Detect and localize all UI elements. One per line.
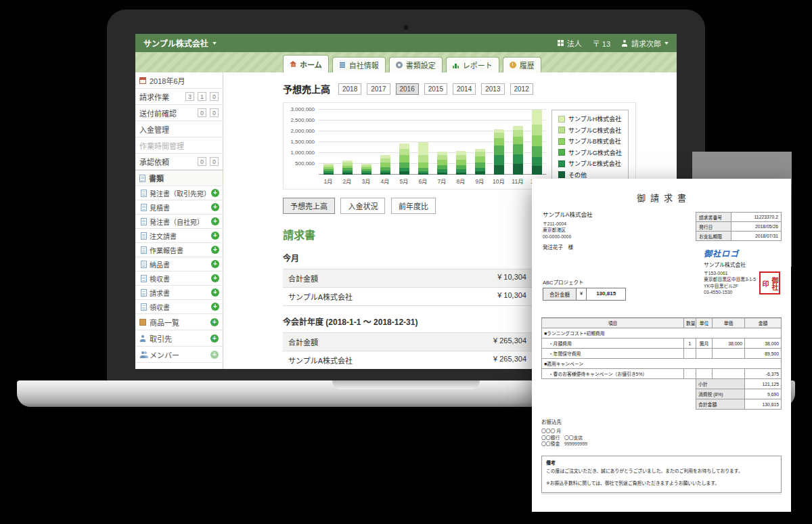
task-label: 請求作業: [139, 91, 182, 102]
meta-label: 請求書番号: [696, 213, 731, 222]
count-badge: 3: [185, 92, 194, 101]
sidebar-item-payment-management[interactable]: 入金管理: [135, 121, 223, 137]
sidebar-month[interactable]: 2018年6月: [135, 72, 223, 89]
legend-item: その他: [558, 171, 622, 179]
summary-label: 合計金額: [696, 399, 745, 410]
sidebar-doc-item[interactable]: 請求書 +: [135, 286, 223, 300]
sidebar-doc-item[interactable]: 見積書 +: [135, 200, 223, 215]
doc-label: 請求書: [150, 288, 208, 298]
legend-item: サンプルB株式会社: [558, 137, 622, 146]
meta-value: 2018/07/31: [731, 232, 782, 241]
item-row: ・月額費用 1 箇月 38,000 38,000: [542, 339, 782, 349]
bar-8月: [451, 151, 470, 175]
year-button[interactable]: 2014: [453, 83, 476, 95]
tab-history[interactable]: 履歴: [503, 57, 541, 72]
meta-value: 11223370.2: [731, 213, 782, 222]
sidebar-doc-item[interactable]: 発注書（自社宛） +: [135, 215, 223, 229]
summary-value: 9,690: [745, 389, 782, 399]
sidebar-item-time-management: 作業時間管理: [135, 137, 223, 154]
issuer-address: YK中目黒ビル2F: [704, 283, 756, 290]
corporate-menu-item[interactable]: 法人: [558, 38, 582, 49]
notes-title: 備考: [546, 459, 777, 466]
sidebar-item-approval-request[interactable]: 承認依頼 0 0: [135, 154, 223, 170]
add-icon[interactable]: +: [211, 260, 219, 268]
add-icon[interactable]: +: [211, 189, 219, 197]
invoice-total-box: 合計金額 ¥ 130,815: [543, 288, 626, 301]
year-over-year-button[interactable]: 前年度比: [391, 198, 436, 214]
current-month-label: 2018年6月: [150, 75, 185, 86]
sidebar-item-members[interactable]: メンバー +: [135, 347, 223, 363]
sidebar-item-products[interactable]: 商品一覧 +: [135, 314, 223, 330]
legend-item: サンプルC株式会社: [558, 126, 622, 135]
year-button[interactable]: 2012: [510, 83, 533, 95]
legend-item: サンプルH株式会社: [558, 114, 622, 123]
tab-report[interactable]: レポート: [446, 57, 499, 72]
add-icon[interactable]: +: [210, 318, 219, 326]
user-menu[interactable]: 請求次郎: [621, 38, 669, 49]
add-icon[interactable]: +: [211, 203, 219, 211]
recipient-address: 東京都港区: [543, 227, 592, 234]
company-menu[interactable]: サンプル株式会社: [143, 37, 217, 49]
item-name: ・年間保守費用: [542, 349, 684, 359]
year-button[interactable]: 2015: [424, 83, 447, 95]
items-col-header: 単位: [696, 318, 713, 328]
bank-line: 〇〇銀行 〇〇支店: [541, 435, 782, 441]
bar-2月: [338, 160, 357, 175]
sidebar-doc-item[interactable]: 作業報告書 +: [135, 243, 223, 257]
document-icon: [141, 303, 147, 311]
item-label: メンバー: [150, 349, 207, 360]
sidebar-doc-item[interactable]: 納品書 +: [135, 257, 223, 271]
sidebar-doc-item[interactable]: 領収書 +: [135, 300, 223, 314]
year-button[interactable]: 2013: [481, 83, 504, 95]
tab-company-info[interactable]: 自社情報: [332, 57, 386, 72]
year-button-active[interactable]: 2016: [396, 83, 419, 95]
recipient-postal: 〒211-0004: [543, 221, 592, 227]
row-label: サンプルA株式会社: [288, 291, 353, 302]
bar-3月: [357, 164, 376, 175]
sidebar-item-pre-send-check[interactable]: 送付前確認 0 0: [135, 105, 223, 121]
header-menu: 法人 〒 13 請求次郎: [558, 38, 669, 49]
item-amount: 89,500: [745, 349, 782, 359]
year-button[interactable]: 2017: [367, 83, 390, 95]
add-icon[interactable]: +: [211, 232, 219, 240]
sidebar-item-billing-tasks[interactable]: 請求作業 3 1 0: [135, 89, 223, 105]
chart-x-axis: 1月2月3月4月5月6月7月8月9月10月11月12月: [319, 175, 546, 185]
bar-6月: [413, 142, 432, 175]
postal-menu-item[interactable]: 〒 13: [593, 38, 610, 49]
sidebar: 2018年6月 請求作業 3 1 0 送付前確認 0 0 入金管理 作業時間管理…: [135, 72, 223, 369]
year-button[interactable]: 2018: [338, 83, 361, 95]
sidebar-item-clients[interactable]: 取引先 +: [135, 330, 223, 347]
sidebar-doc-item[interactable]: 注文請書 +: [135, 229, 223, 243]
note-line: ※お振込手数料に関しては、御社で別途ご負担いただきますようお願いいたします。: [546, 480, 777, 487]
tab-home[interactable]: ホーム: [283, 55, 329, 72]
add-icon[interactable]: +: [210, 334, 219, 343]
tab-label: レポート: [463, 60, 493, 70]
summary-row: 小計 121,125: [542, 379, 782, 389]
invoice-items-table: 項目 数量 単位 単価 金額 ■ランニングコスト+初期費用 ・月額費用 1 箇月…: [541, 318, 782, 410]
invoice-footer-rule: [541, 494, 782, 494]
tab-document-settings[interactable]: 書類設定: [389, 57, 443, 72]
add-icon[interactable]: +: [211, 246, 219, 254]
add-icon[interactable]: +: [211, 288, 219, 297]
add-icon[interactable]: +: [211, 217, 219, 225]
tab-bar: ホーム 自社情報 書類設定 レポート 履歴: [135, 52, 677, 72]
company-name: サンプル株式会社: [143, 37, 208, 49]
summary-label: 消費税 (8%): [696, 389, 745, 399]
legend-item: サンプルG株式会社: [558, 148, 622, 157]
doc-label: 発注書（取引先宛）: [150, 188, 208, 198]
expected-sales-button[interactable]: 予想売上高: [283, 198, 335, 214]
table-row: サンプルA株式会社 ¥ 265,304: [283, 351, 532, 369]
recipient-phone: 00-0000-0000: [543, 234, 592, 240]
add-icon[interactable]: +: [211, 303, 219, 311]
sidebar-doc-item[interactable]: 検収書 +: [135, 271, 223, 286]
sidebar-doc-item[interactable]: 発注書（取引先宛） +: [135, 186, 223, 200]
sidebar-section-documents: 書類: [135, 170, 223, 186]
recipient-company: サンプルA株式会社: [543, 212, 592, 219]
invoice-document: 御請求書 サンプルA株式会社 〒211-0004 東京都港区 00-0000-0…: [532, 179, 791, 512]
add-icon[interactable]: +: [210, 351, 219, 359]
task-label: 作業時間管理: [139, 140, 219, 151]
payment-status-button[interactable]: 入金状況: [340, 198, 385, 214]
people-icon: [139, 351, 146, 358]
add-icon[interactable]: +: [211, 274, 219, 282]
grid-icon: [558, 40, 564, 46]
